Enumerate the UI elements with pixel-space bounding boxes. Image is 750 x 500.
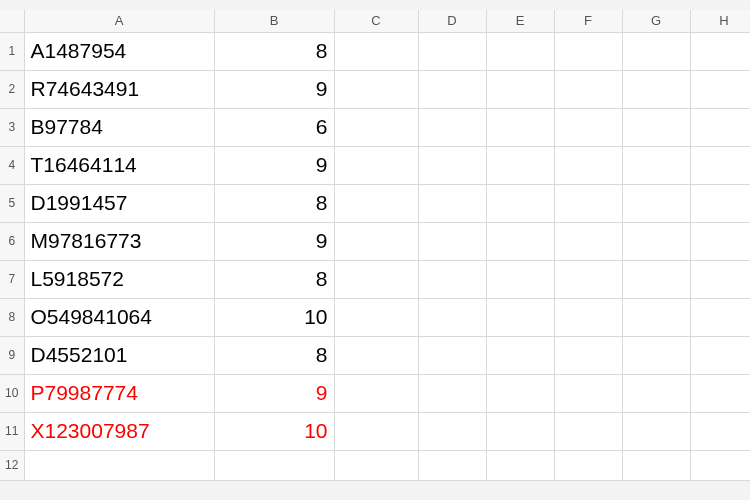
cell[interactable] — [690, 450, 750, 480]
cell[interactable]: 10 — [214, 412, 334, 450]
cell[interactable] — [554, 32, 622, 70]
row-header[interactable]: 1 — [0, 32, 24, 70]
cell[interactable] — [418, 374, 486, 412]
cell[interactable] — [214, 450, 334, 480]
cell[interactable]: B97784 — [24, 108, 214, 146]
cell[interactable]: O549841064 — [24, 298, 214, 336]
cell[interactable] — [486, 336, 554, 374]
cell[interactable] — [690, 146, 750, 184]
cell[interactable] — [334, 298, 418, 336]
row-header[interactable]: 2 — [0, 70, 24, 108]
cell[interactable] — [334, 412, 418, 450]
cell[interactable] — [418, 298, 486, 336]
cell[interactable] — [622, 70, 690, 108]
col-header-F[interactable]: F — [554, 10, 622, 32]
cell[interactable] — [554, 450, 622, 480]
cell[interactable] — [334, 374, 418, 412]
cell[interactable] — [622, 374, 690, 412]
cell[interactable]: 8 — [214, 32, 334, 70]
cell[interactable]: 9 — [214, 222, 334, 260]
col-header-B[interactable]: B — [214, 10, 334, 32]
cell[interactable] — [690, 260, 750, 298]
cell[interactable] — [486, 146, 554, 184]
select-all-corner[interactable] — [0, 10, 24, 32]
cell[interactable] — [486, 222, 554, 260]
col-header-A[interactable]: A — [24, 10, 214, 32]
cell[interactable] — [334, 184, 418, 222]
cell[interactable] — [622, 336, 690, 374]
cell[interactable]: D1991457 — [24, 184, 214, 222]
col-header-G[interactable]: G — [622, 10, 690, 32]
cell[interactable] — [622, 222, 690, 260]
row-header[interactable]: 7 — [0, 260, 24, 298]
cell[interactable] — [486, 260, 554, 298]
cell[interactable] — [486, 108, 554, 146]
cell[interactable]: P79987774 — [24, 374, 214, 412]
cell[interactable] — [486, 450, 554, 480]
cell[interactable] — [486, 298, 554, 336]
cell[interactable] — [690, 32, 750, 70]
cell[interactable]: 9 — [214, 70, 334, 108]
spreadsheet[interactable]: A B C D E F G H 1A148795482R7464349193B9… — [0, 10, 750, 481]
cell[interactable]: A1487954 — [24, 32, 214, 70]
cell[interactable] — [334, 260, 418, 298]
cell[interactable] — [418, 108, 486, 146]
cell[interactable]: R74643491 — [24, 70, 214, 108]
cell[interactable] — [334, 32, 418, 70]
row-header[interactable]: 10 — [0, 374, 24, 412]
row-header[interactable]: 8 — [0, 298, 24, 336]
row-header[interactable]: 4 — [0, 146, 24, 184]
cell[interactable] — [486, 412, 554, 450]
cell[interactable] — [554, 222, 622, 260]
cell[interactable] — [334, 336, 418, 374]
cell[interactable] — [486, 70, 554, 108]
cell[interactable]: 8 — [214, 184, 334, 222]
cell[interactable] — [690, 184, 750, 222]
cell[interactable] — [690, 336, 750, 374]
cell[interactable] — [418, 222, 486, 260]
row-header[interactable]: 6 — [0, 222, 24, 260]
cell[interactable] — [622, 146, 690, 184]
cell[interactable]: 9 — [214, 374, 334, 412]
cell[interactable] — [622, 108, 690, 146]
cell[interactable] — [24, 450, 214, 480]
cell[interactable] — [486, 184, 554, 222]
cell[interactable] — [334, 108, 418, 146]
col-header-D[interactable]: D — [418, 10, 486, 32]
cell[interactable]: D4552101 — [24, 336, 214, 374]
cell[interactable] — [554, 336, 622, 374]
row-header[interactable]: 12 — [0, 450, 24, 480]
cell[interactable] — [418, 260, 486, 298]
cell[interactable]: 6 — [214, 108, 334, 146]
cell[interactable] — [554, 70, 622, 108]
cell[interactable]: 8 — [214, 260, 334, 298]
cell[interactable] — [554, 412, 622, 450]
cell[interactable] — [690, 222, 750, 260]
cell[interactable] — [418, 184, 486, 222]
cell[interactable]: X123007987 — [24, 412, 214, 450]
cell[interactable]: T16464114 — [24, 146, 214, 184]
cell[interactable] — [622, 260, 690, 298]
cell[interactable] — [554, 374, 622, 412]
cell[interactable] — [418, 32, 486, 70]
cell[interactable] — [690, 374, 750, 412]
cell[interactable]: 9 — [214, 146, 334, 184]
cell[interactable] — [622, 184, 690, 222]
cell[interactable] — [486, 32, 554, 70]
row-header[interactable]: 11 — [0, 412, 24, 450]
cell[interactable] — [334, 450, 418, 480]
cell[interactable]: L5918572 — [24, 260, 214, 298]
cell[interactable] — [622, 412, 690, 450]
cell[interactable] — [334, 222, 418, 260]
grid[interactable]: A B C D E F G H 1A148795482R7464349193B9… — [0, 10, 750, 481]
cell[interactable] — [418, 450, 486, 480]
cell[interactable] — [690, 298, 750, 336]
cell[interactable] — [554, 146, 622, 184]
cell[interactable] — [622, 450, 690, 480]
cell[interactable] — [418, 336, 486, 374]
cell[interactable] — [690, 108, 750, 146]
cell[interactable] — [554, 298, 622, 336]
cell[interactable]: 8 — [214, 336, 334, 374]
cell[interactable] — [690, 70, 750, 108]
cell[interactable] — [622, 298, 690, 336]
